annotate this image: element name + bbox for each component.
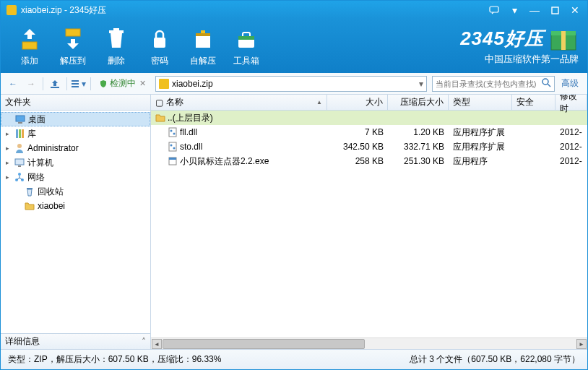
svg-rect-14: [561, 31, 566, 50]
col-compressed-size[interactable]: 压缩后大小: [388, 95, 449, 110]
up-button[interactable]: [47, 76, 63, 92]
dropdown-icon[interactable]: ▾: [508, 4, 521, 17]
view-button[interactable]: ▾: [71, 76, 87, 92]
desktop-icon: [14, 113, 26, 125]
shield-icon: [99, 79, 108, 88]
expand-icon[interactable]: ▸: [4, 173, 12, 181]
tree-item-user[interactable]: ▸Administrator: [1, 141, 150, 155]
tree-item-library[interactable]: ▸库: [1, 126, 150, 141]
svg-rect-16: [72, 80, 79, 82]
file-row[interactable]: 小贝鼠标连点器2.2.exe258 KB251.30 KB应用程序2012-: [151, 154, 587, 168]
tree-label: Administrator: [27, 143, 79, 153]
archive-icon: [159, 79, 169, 89]
svg-rect-1: [552, 7, 558, 14]
maximize-button[interactable]: [548, 4, 561, 17]
dll-icon: [168, 142, 178, 152]
expand-icon[interactable]: [14, 188, 22, 196]
svg-rect-15: [51, 87, 59, 88]
svg-point-19: [542, 79, 548, 85]
col-name[interactable]: ▢名称▲: [151, 95, 327, 110]
tools-button[interactable]: 工具箱: [225, 23, 268, 69]
svg-rect-8: [196, 33, 210, 36]
col-type[interactable]: 类型: [449, 95, 512, 110]
delete-button[interactable]: 删除: [95, 23, 138, 69]
parent-dir-row[interactable]: ..(上层目录): [151, 111, 587, 125]
search-box[interactable]: [432, 76, 555, 92]
forward-button[interactable]: →: [23, 76, 39, 92]
chevron-up-icon[interactable]: ˄: [142, 337, 146, 347]
recycle-icon: [24, 186, 35, 197]
svg-rect-3: [66, 29, 80, 36]
file-list-area: ▢名称▲ 大小 压缩后大小 类型 安全 修改时 ..(上层目录)fll.dll7…: [151, 95, 587, 349]
user-icon: [14, 142, 25, 154]
search-icon[interactable]: [542, 78, 551, 90]
svg-rect-11: [238, 36, 254, 40]
col-size[interactable]: 大小: [327, 95, 388, 110]
close-button[interactable]: ✕: [568, 4, 581, 17]
feedback-icon[interactable]: [488, 4, 501, 17]
address-dropdown-icon[interactable]: ▾: [419, 79, 423, 89]
tree-item-desktop[interactable]: 桌面: [1, 112, 150, 126]
svg-rect-9: [201, 30, 205, 33]
titlebar: xiaobei.zip - 2345好压 ▾ — ✕: [1, 1, 587, 20]
file-row[interactable]: sto.dll342.50 KB332.71 KB应用程序扩展2012-: [151, 139, 587, 154]
scroll-right-icon[interactable]: ►: [576, 339, 587, 349]
file-type: 应用程序扩展: [449, 126, 512, 139]
expand-icon[interactable]: ▸: [4, 145, 12, 152]
password-button[interactable]: 密码: [138, 23, 181, 69]
minimize-button[interactable]: —: [528, 4, 541, 17]
status-left: 类型：ZIP，解压后大小：607.50 KB，压缩比：96.33%: [8, 353, 221, 366]
file-name: sto.dll: [180, 142, 202, 152]
file-date: 2012-: [555, 156, 587, 166]
svg-rect-23: [16, 129, 18, 138]
svg-rect-33: [169, 128, 176, 137]
svg-line-20: [548, 84, 550, 87]
file-date: 2012-: [555, 127, 587, 137]
scroll-thumb[interactable]: [163, 339, 365, 349]
address-bar[interactable]: xiaobei.zip ▾: [155, 76, 427, 92]
advanced-link[interactable]: 高级: [557, 77, 583, 90]
svg-point-38: [173, 147, 176, 150]
file-type: 应用程序扩展: [449, 141, 512, 153]
brand-box-icon: [548, 25, 579, 51]
expand-icon[interactable]: [14, 202, 22, 210]
add-button[interactable]: 添加: [8, 23, 51, 69]
file-row[interactable]: fll.dll7 KB1.20 KB应用程序扩展2012-: [151, 125, 587, 139]
column-headers: ▢名称▲ 大小 压缩后大小 类型 安全 修改时: [151, 95, 587, 111]
dll-icon: [168, 127, 178, 137]
col-date[interactable]: 修改时: [555, 95, 587, 110]
col-safe[interactable]: 安全: [512, 95, 555, 110]
tree-label: 桌面: [28, 113, 46, 126]
file-size: 342.50 KB: [327, 142, 388, 152]
folder-tree[interactable]: 桌面▸库▸Administrator▸计算机▸网络回收站xiaobei: [1, 111, 150, 333]
tree-label: 回收站: [38, 186, 64, 198]
svg-rect-22: [18, 122, 22, 124]
scroll-left-icon[interactable]: ◄: [152, 339, 162, 349]
svg-point-37: [170, 145, 173, 147]
svg-point-34: [170, 130, 173, 132]
sfx-button[interactable]: 自解压: [181, 23, 225, 69]
expand-icon[interactable]: [4, 116, 12, 124]
extract-button[interactable]: 解压到: [51, 23, 95, 69]
scan-close-icon[interactable]: ✕: [139, 79, 146, 88]
details-header[interactable]: 详细信息 ˄: [1, 333, 150, 349]
lock-icon: [147, 26, 173, 52]
file-date: 2012-: [555, 142, 587, 152]
expand-icon[interactable]: ▸: [4, 130, 12, 138]
svg-rect-36: [169, 142, 176, 151]
tree-item-network[interactable]: ▸网络: [1, 170, 150, 184]
folder-icon: [155, 113, 165, 123]
expand-icon[interactable]: ▸: [4, 159, 12, 167]
delete-icon: [103, 26, 129, 52]
tree-item-recycle[interactable]: 回收站: [1, 184, 150, 199]
brand-subtitle: 中国压缩软件第一品牌: [460, 53, 579, 66]
horizontal-scrollbar[interactable]: ◄ ►: [151, 337, 587, 349]
tree-item-folder[interactable]: xiaobei: [1, 199, 150, 213]
svg-rect-27: [15, 159, 24, 165]
file-rows[interactable]: ..(上层目录)fll.dll7 KB1.20 KB应用程序扩展2012-sto…: [151, 111, 587, 337]
file-size: 258 KB: [327, 156, 388, 166]
back-button[interactable]: ←: [5, 76, 21, 92]
tree-item-computer[interactable]: ▸计算机: [1, 155, 150, 170]
file-csize: 332.71 KB: [388, 142, 449, 152]
search-input[interactable]: [436, 79, 542, 88]
